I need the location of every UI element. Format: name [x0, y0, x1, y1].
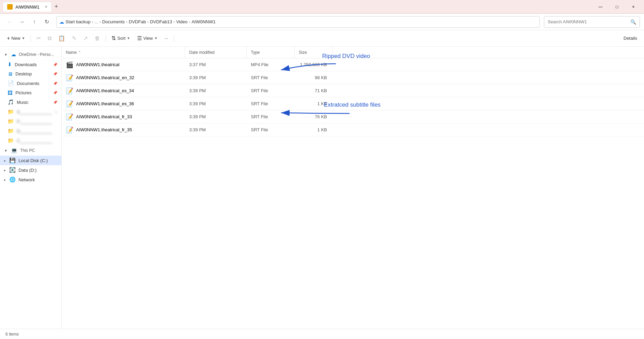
srt-icon: 📝 [66, 126, 73, 134]
data-d-icon: 💽 [9, 167, 16, 173]
sort-button[interactable]: ⇅ Sort ▼ [109, 33, 133, 44]
desktop-icon: 🖥 [8, 71, 13, 77]
copy-button[interactable]: ⧉ [45, 33, 54, 44]
maximize-button[interactable]: □ [609, 1, 625, 12]
details-button[interactable]: Details [621, 34, 640, 43]
folder-p-icon: 📁 [8, 118, 14, 124]
file-name: AIW0NNW1.theatrical_es_34 [76, 88, 134, 93]
window-controls: — □ × [593, 1, 641, 12]
breadcrumb-more[interactable]: ... [95, 20, 98, 24]
file-date-cell: 3:39 PM [185, 127, 247, 132]
paste-button[interactable]: 📋 [56, 33, 68, 44]
file-name: AIW0NNW1.theatrical [76, 62, 119, 67]
sidebar-item-downloads[interactable]: ⬇ Downloads 📌 [0, 60, 61, 69]
documents-pin: 📌 [53, 82, 57, 85]
sidebar-item-documents[interactable]: 📄 Documents 📌 [0, 78, 61, 88]
rename-icon: ✎ [72, 35, 76, 41]
file-row[interactable]: 📝 AIW0NNW1.theatrical_fr_33 3:39 PM SRT … [62, 110, 644, 123]
refresh-button[interactable]: ↻ [41, 16, 52, 27]
search-input[interactable] [548, 19, 628, 24]
search-bar[interactable]: 🔍 [544, 16, 640, 28]
breadcrumb-sep-2: › [126, 20, 127, 24]
sidebar-item-folder-d[interactable]: 📁 D_____________ [0, 126, 61, 136]
delete-button[interactable]: 🗑 [92, 33, 103, 44]
sidebar-onedrive-header[interactable]: ▼ ☁ OneDrive - Perso... [0, 49, 61, 60]
tab-title: AIW0NNW1 [15, 4, 39, 10]
col-header-date[interactable]: Date modified [185, 47, 247, 58]
forward-button[interactable]: → [16, 16, 27, 27]
thispc-label: This PC [20, 148, 57, 153]
item-count: 6 items [5, 332, 19, 337]
breadcrumb-start[interactable]: Start backup [65, 19, 90, 24]
file-row[interactable]: 🎬 AIW0NNW1.theatrical 3:37 PM MP4 File 1… [62, 58, 644, 71]
sidebar-thispc-header[interactable]: ▼ 💻 This PC [0, 145, 61, 156]
tab-area: AIW0NNW1 × + [3, 2, 593, 12]
view-button[interactable]: ☰ View ▼ [134, 33, 160, 44]
up-button[interactable]: ↑ [29, 16, 40, 27]
file-row[interactable]: 📝 AIW0NNW1.theatrical_es_34 3:39 PM SRT … [62, 84, 644, 97]
rename-button[interactable]: ✎ [69, 33, 79, 44]
file-type-cell: MP4 File [247, 62, 295, 67]
folder-p-label: P_____________ [17, 119, 57, 124]
sidebar-item-pictures[interactable]: 🖼 Pictures 📌 [0, 88, 61, 97]
sidebar-item-music[interactable]: 🎵 Music 📌 [0, 97, 61, 107]
folder-c-label: C_____________ [17, 138, 57, 143]
folder-c-icon: 📁 [8, 137, 14, 144]
breadcrumb-sep-0: › [92, 20, 93, 24]
tab-close-button[interactable]: × [45, 4, 47, 9]
sidebar-item-folder-c[interactable]: 📁 C_____________ [0, 136, 61, 145]
share-button[interactable]: ↗ [81, 33, 90, 44]
thispc-expand-icon: ▼ [4, 149, 8, 153]
downloads-pin: 📌 [53, 63, 57, 66]
status-bar: 6 items [0, 329, 644, 339]
view-chevron: ▼ [154, 36, 158, 40]
music-label: Music [17, 100, 50, 105]
pictures-pin: 📌 [53, 91, 57, 95]
folder-d-label: D_____________ [17, 129, 57, 134]
breadcrumb-video[interactable]: Video [176, 19, 187, 24]
sidebar-item-desktop[interactable]: 🖥 Desktop 📌 [0, 69, 61, 78]
breadcrumb-sep-5: › [189, 20, 190, 24]
back-button[interactable]: ← [4, 16, 15, 27]
srt-icon: 📝 [66, 113, 73, 121]
breadcrumb-dvdfab[interactable]: DVDFab [129, 19, 146, 24]
close-window-button[interactable]: × [625, 1, 641, 12]
breadcrumb-aiw0nnw1[interactable]: AIW0NNW1 [192, 19, 216, 24]
delete-icon: 🗑 [95, 35, 100, 41]
address-bar[interactable]: ☁ Start backup › ... › Documents › DVDFa… [56, 16, 540, 28]
file-name-cell: 🎬 AIW0NNW1.theatrical [62, 61, 185, 69]
col-header-name[interactable]: Name ⌃ [62, 47, 185, 58]
file-row[interactable]: 📝 AIW0NNW1.theatrical_en_32 3:39 PM SRT … [62, 71, 644, 84]
col-header-type[interactable]: Type [247, 47, 295, 58]
sidebar-item-folder-s[interactable]: 📁 S_____________ ▸ [0, 107, 61, 117]
file-name: AIW0NNW1.theatrical_es_36 [76, 101, 134, 106]
file-size-cell: 71 KB [295, 88, 332, 93]
pc-icon: 💻 [11, 147, 17, 154]
breadcrumb-sep-3: › [147, 20, 149, 24]
search-icon: 🔍 [630, 19, 636, 25]
toolbar-sep-2 [106, 35, 106, 42]
srt-icon: 📝 [66, 100, 73, 108]
toolbar-sep-3 [174, 35, 174, 42]
sidebar-item-data-d[interactable]: ▸ 💽 Data (D:) [0, 165, 61, 175]
breadcrumb-dvdfab13[interactable]: DVDFab13 [150, 19, 172, 24]
new-tab-button[interactable]: + [54, 3, 58, 10]
sidebar-item-local-disk-c[interactable]: ▸ 💾 Local Disk (C:) [0, 156, 61, 165]
file-row[interactable]: 📝 AIW0NNW1.theatrical_fr_35 3:39 PM SRT … [62, 123, 644, 136]
file-row[interactable]: 📝 AIW0NNW1.theatrical_es_36 3:39 PM SRT … [62, 97, 644, 110]
more-button[interactable]: ··· [162, 34, 171, 43]
sidebar-item-folder-p[interactable]: 📁 P_____________ [0, 117, 61, 126]
active-tab[interactable]: AIW0NNW1 × [3, 2, 52, 12]
col-header-size[interactable]: Size [295, 47, 332, 58]
onedrive-icon: ☁ [11, 51, 16, 58]
cut-button[interactable]: ✂ [34, 33, 44, 44]
folder-s-label: S_____________ [17, 109, 53, 114]
breadcrumb-documents[interactable]: Documents [102, 19, 125, 24]
new-button[interactable]: + New ▼ [4, 33, 28, 44]
minimize-button[interactable]: — [593, 1, 608, 12]
share-icon: ↗ [83, 35, 88, 41]
sidebar-item-network[interactable]: ▸ 🌐 Network [0, 175, 61, 184]
file-name-cell: 📝 AIW0NNW1.theatrical_fr_35 [62, 126, 185, 134]
srt-icon: 📝 [66, 87, 73, 95]
file-size-cell: 98 KB [295, 75, 332, 80]
